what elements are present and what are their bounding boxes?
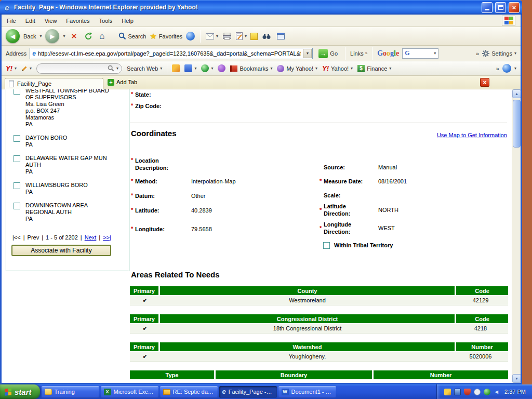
antivirus-icon[interactable]	[484, 389, 490, 395]
scroll-up-button[interactable]: ▲	[512, 89, 521, 98]
edit-dropdown-icon[interactable]: ▾	[245, 34, 247, 38]
close-button[interactable]: ×	[509, 2, 520, 13]
yahoo-search-dropdown-icon[interactable]: ▾	[116, 66, 118, 71]
web-button[interactable]: ▾	[201, 64, 213, 72]
google-search-input[interactable]: G ▾	[402, 48, 438, 59]
search-web-button[interactable]: Search Web ▾	[127, 65, 162, 72]
yahoo-home-button[interactable]: Y! Yahoo! ▾	[322, 64, 353, 72]
list-item-checkbox[interactable]	[14, 155, 20, 162]
tribal-territory-checkbox[interactable]	[323, 242, 330, 249]
minimize-button[interactable]	[482, 2, 493, 13]
tab-close-button[interactable]: ×	[480, 78, 489, 87]
list-item-checkbox[interactable]	[14, 182, 20, 189]
associate-with-facility-button[interactable]: Associate with Facility	[11, 245, 111, 256]
bookmarks-dropdown-icon[interactable]: ▾	[270, 66, 272, 71]
menu-help[interactable]: Help	[122, 18, 134, 24]
update-icon[interactable]	[474, 389, 481, 395]
menu-edit[interactable]: Edit	[25, 18, 35, 24]
tab-facility-page[interactable]: Facility_Page	[5, 78, 103, 89]
settings-dropdown-icon[interactable]: ▾	[514, 51, 516, 56]
finance-dropdown-icon[interactable]: ▾	[389, 66, 391, 71]
taskbar-button-facility-page[interactable]: e Facility_Page - Wi...	[219, 386, 277, 398]
yahoo-home-dropdown-icon[interactable]: ▾	[351, 66, 353, 71]
menu-file[interactable]: File	[7, 18, 16, 24]
scrollbar-thumb[interactable]	[513, 100, 521, 148]
maximize-button[interactable]	[495, 2, 506, 13]
home-button[interactable]: ⌂	[97, 31, 108, 42]
search-web-dropdown-icon[interactable]: ▾	[160, 66, 162, 71]
finance-button[interactable]: $ Finance ▾	[357, 65, 391, 72]
add-tab-button[interactable]: + Add Tab	[108, 77, 137, 87]
address-dropdown-button[interactable]: ▼	[303, 49, 312, 58]
notes-icon[interactable]	[250, 33, 258, 40]
taskbar-button-outlook[interactable]: RE: Septic data sh...	[160, 386, 218, 398]
my-yahoo-button[interactable]: My Yahoo! ▾	[277, 65, 317, 72]
back-dropdown-icon[interactable]: ▾	[39, 34, 42, 38]
security-shield-icon[interactable]	[464, 389, 471, 395]
forward-button[interactable]: ▶	[45, 29, 59, 43]
messenger-button[interactable]	[275, 31, 286, 42]
toolbar-separator	[345, 47, 345, 60]
settings-button[interactable]: Settings ▾	[482, 50, 516, 57]
back-button[interactable]: ◀	[6, 29, 20, 43]
last-page-link[interactable]: >>|	[103, 234, 111, 241]
list-item-checkbox[interactable]	[14, 203, 20, 209]
compose-dropdown-icon[interactable]: ▾	[30, 66, 32, 71]
volume-icon[interactable]: ◄	[494, 389, 499, 395]
web-dropdown-icon[interactable]: ▾	[211, 66, 213, 71]
next-page-link[interactable]: Next	[85, 234, 97, 241]
menu-view[interactable]: View	[45, 18, 57, 24]
start-button[interactable]: start	[0, 384, 40, 399]
titlebar[interactable]: e Facility_Page - Windows Internet Explo…	[0, 0, 522, 15]
mail-dropdown-icon[interactable]: ▾	[216, 34, 218, 38]
apps-button[interactable]: ▾	[184, 64, 196, 72]
menu-tools[interactable]: Tools	[99, 18, 113, 24]
address-input[interactable]: e http://esesvr-ct.lm-ese.epa.gov/portal…	[30, 48, 313, 59]
bookmarks-button[interactable]: Bookmarks ▾	[230, 65, 272, 72]
pencil-icon[interactable]	[172, 64, 180, 72]
research-button[interactable]	[261, 31, 272, 42]
search-web-label: Search Web	[127, 65, 158, 72]
globe-button-icon[interactable]	[502, 64, 511, 73]
use-map-link[interactable]: Use Map to Get Information	[437, 132, 507, 138]
my-yahoo-dropdown-icon[interactable]: ▾	[315, 66, 317, 71]
yahoo-logo-dropdown-icon[interactable]: ▾	[15, 66, 17, 71]
messenger-dot-icon[interactable]	[218, 64, 225, 72]
coordinates-heading: Coordinates	[131, 129, 177, 138]
taskbar-button-excel[interactable]: X Microsoft Excel - ...	[101, 386, 158, 398]
globe-dropdown-icon[interactable]: ▾	[514, 66, 516, 71]
yahoo-logo-button[interactable]: Y! ▾	[6, 64, 17, 72]
compose-button[interactable]: ▾	[21, 65, 32, 72]
refresh-button[interactable]	[83, 31, 94, 42]
yahoo-overflow-chevron-icon[interactable]: »	[496, 65, 499, 72]
print-button[interactable]	[222, 31, 232, 42]
first-page-link[interactable]: |<<	[12, 234, 21, 241]
yahoo-search-input[interactable]: ▾	[36, 63, 122, 74]
back-label[interactable]: Back	[23, 33, 36, 39]
google-dropdown-icon[interactable]: ▾	[434, 51, 436, 56]
edit-button[interactable]: ▾	[236, 32, 247, 40]
display-icon[interactable]	[454, 389, 461, 395]
links-button[interactable]: Links »	[350, 50, 367, 57]
prev-page-link[interactable]: Prev	[28, 234, 39, 241]
column-header: County	[160, 286, 455, 295]
taskbar: start Training X Microsoft Excel - ... R…	[0, 384, 532, 399]
apps-dropdown-icon[interactable]: ▾	[194, 66, 196, 71]
vertical-scrollbar[interactable]: ▲ ▼	[512, 89, 521, 383]
favorites-button[interactable]: ★ Favorites	[150, 32, 182, 41]
taskbar-button-training[interactable]: Training	[42, 386, 99, 398]
list-item-checkbox[interactable]	[14, 89, 20, 95]
pen-icon[interactable]	[444, 389, 451, 395]
scroll-down-button[interactable]: ▼	[512, 374, 521, 383]
stop-button[interactable]: ×	[69, 31, 79, 42]
address-url[interactable]: http://esesvr-ct.lm-ese.epa.gov/portal/p…	[38, 50, 301, 57]
taskbar-button-word[interactable]: W Document1 - Micro...	[278, 386, 336, 398]
go-button[interactable]: → Go	[316, 47, 340, 60]
menu-favorites[interactable]: Favorites	[66, 18, 89, 24]
forward-dropdown-icon[interactable]: ▾	[63, 34, 65, 38]
history-icon[interactable]	[186, 32, 195, 41]
list-item-checkbox[interactable]	[14, 135, 20, 142]
overflow-chevron-icon[interactable]: »	[476, 50, 479, 57]
mail-button[interactable]: ▾	[206, 33, 218, 39]
search-button[interactable]: Search	[118, 32, 147, 40]
